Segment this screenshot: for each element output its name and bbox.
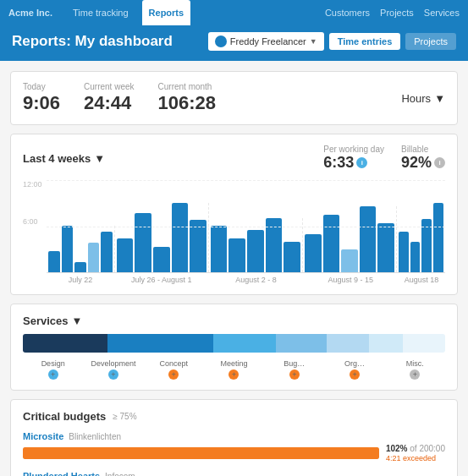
header-actions: Freddy Freelancer ▼ Time entries Project… [208, 32, 456, 51]
y-label-12: 12:00 [23, 180, 47, 189]
gridline-mid [47, 227, 445, 227]
user-label: Freddy Freelancer [230, 36, 306, 47]
service-segment-misc [403, 334, 445, 353]
budget-item-1: Microsite Blinkenlichten 102% of 200:00 … [23, 431, 445, 462]
bar [228, 238, 245, 272]
budget-project-1[interactable]: Microsite [23, 431, 63, 441]
per-day-info-icon[interactable]: i [356, 157, 367, 168]
month-label: Current month [158, 82, 217, 91]
nav-customers[interactable]: Customers [325, 8, 370, 18]
user-icon [215, 36, 227, 47]
bar [153, 247, 170, 272]
bar [62, 226, 74, 272]
service-dot-org[interactable]: + [350, 369, 360, 380]
nav-reports[interactable]: Reports [142, 0, 191, 25]
billable-stat: Billable 92% i [401, 145, 445, 172]
main-content: Today 9:06 Current week 24:44 Current mo… [0, 61, 468, 476]
budget-info-1: 102% of 200:00 4:21 exceeded [386, 444, 445, 462]
service-label-bug-text: Bug… [284, 359, 305, 368]
x-label-1: July 22 [47, 276, 114, 284]
time-entries-button[interactable]: Time entries [329, 33, 401, 50]
week-label: Current week [84, 82, 134, 91]
bar-chart: 12:00 6:00 [23, 180, 445, 284]
bar [360, 206, 377, 272]
billable-info-icon[interactable]: i [434, 157, 445, 168]
bars-area [47, 180, 445, 273]
week-group-2 [115, 203, 209, 272]
billable-label: Billable [401, 145, 445, 154]
chart-title-text: Last 4 weeks [23, 152, 91, 165]
nav-time-tracking[interactable]: Time tracking [66, 0, 135, 25]
y-axis: 12:00 6:00 [23, 180, 47, 273]
top-nav-right: Customers Projects Services [325, 8, 460, 18]
bar [135, 213, 151, 272]
bar [323, 215, 340, 272]
projects-button[interactable]: Projects [405, 33, 456, 50]
week-group-4 [303, 206, 397, 272]
stat-group: Today 9:06 Current week 24:44 Current mo… [23, 82, 216, 114]
budget-bar-bg-1 [23, 447, 379, 459]
bar [190, 220, 206, 272]
budget-sub-1: 4:21 exceeded [386, 454, 436, 462]
hours-dropdown-arrow-icon: ▼ [434, 92, 445, 105]
service-segment-design [23, 334, 107, 353]
chart-title[interactable]: Last 4 weeks ▼ [23, 152, 105, 165]
service-labels: Design + Development + Concept + Meeting… [23, 359, 445, 380]
x-label-2: July 26 - August 1 [114, 276, 209, 284]
service-label-bug: Bug… + [264, 359, 324, 380]
billable-number: 92% [401, 154, 432, 172]
x-label-3: August 2 - 8 [209, 276, 304, 284]
service-label-meeting: Meeting + [204, 359, 264, 380]
bar [172, 203, 189, 272]
stat-week: Current week 24:44 [84, 82, 134, 114]
services-title[interactable]: Services ▼ [23, 315, 445, 327]
gridline-top [47, 180, 445, 181]
bar [74, 262, 86, 272]
per-day-value: 6:33 i [323, 154, 384, 172]
bar [399, 232, 409, 272]
budget-of-1: of 200:00 [410, 444, 445, 453]
service-label-development-text: Development [91, 359, 135, 368]
service-segment-bug [327, 334, 369, 353]
service-dot-bug[interactable]: + [289, 369, 300, 380]
services-bar [23, 334, 445, 353]
service-dot-meeting[interactable]: + [228, 369, 239, 380]
y-label-6: 6:00 [23, 217, 47, 226]
service-dot-misc[interactable]: + [410, 369, 420, 380]
bar [410, 242, 421, 272]
service-label-org: Org… + [324, 359, 384, 380]
budget-item-2-header: Plundered Hearts Infocom [23, 471, 445, 476]
bar [211, 226, 228, 272]
user-button[interactable]: Freddy Freelancer ▼ [208, 32, 324, 51]
service-segment-meeting [276, 334, 327, 353]
service-dot-concept[interactable]: + [168, 369, 179, 380]
week-group-5 [397, 203, 445, 272]
bar [341, 249, 358, 272]
header-bar: Reports: My dashboard Freddy Freelancer … [0, 25, 468, 61]
x-axis-labels: July 22 July 26 - August 1 August 2 - 8 … [47, 276, 445, 284]
app-title: Acme Inc. [8, 8, 52, 18]
service-label-design: Design + [23, 359, 83, 380]
stat-today: Today 9:06 [23, 82, 60, 114]
billable-value: 92% i [401, 154, 445, 172]
per-day-info: Per working day 6:33 i Billable 92% i [323, 145, 445, 172]
per-day-label: Per working day [323, 145, 384, 154]
nav-projects[interactable]: Projects [380, 8, 414, 18]
service-label-concept-text: Concept [159, 359, 188, 368]
bar [433, 203, 443, 272]
bar [88, 243, 100, 272]
chart-section: Last 4 weeks ▼ Per working day 6:33 i Bi… [10, 134, 458, 295]
page-title: Reports: My dashboard [12, 33, 173, 50]
top-nav: Acme Inc. Time tracking Reports Customer… [0, 0, 468, 25]
budgets-title: Critical budgets [23, 410, 106, 423]
hours-dropdown[interactable]: Hours ▼ [401, 92, 445, 105]
budget-project-2[interactable]: Plundered Hearts [23, 471, 100, 476]
budget-item-2: Plundered Hearts Infocom 90% of 4500:00 … [23, 471, 445, 476]
bar [101, 232, 113, 272]
nav-services[interactable]: Services [424, 8, 460, 18]
service-label-misc-text: Misc. [406, 359, 424, 368]
services-section: Services ▼ Design + Development + [10, 304, 458, 391]
service-dot-development[interactable]: + [108, 369, 118, 380]
x-label-5: August 18 [398, 276, 445, 284]
service-dot-design[interactable]: + [48, 369, 58, 380]
